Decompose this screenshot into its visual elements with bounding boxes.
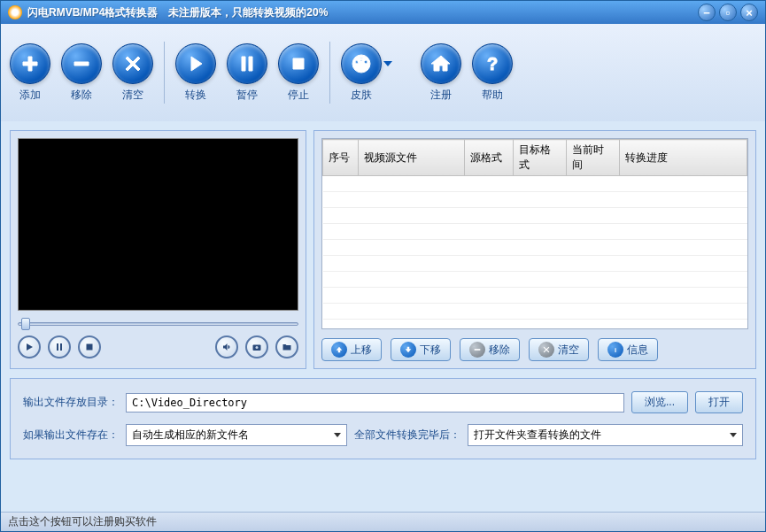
output-dir-input[interactable] [126, 393, 624, 412]
file-list-panel: 序号 视频源文件 源格式 目标格式 当前时间 转换进度 [313, 130, 756, 369]
help-label: 帮助 [482, 88, 503, 103]
video-preview [18, 138, 298, 311]
separator [329, 42, 330, 104]
stop-icon [84, 342, 95, 352]
pause-small-button[interactable] [48, 335, 71, 359]
toolbar: 添加 移除 清空 转换 暂停 停止 [1, 24, 765, 121]
table-row [323, 208, 747, 224]
col-source[interactable]: 视频源文件 [359, 140, 465, 176]
info-icon: i [607, 342, 623, 358]
table-row [323, 320, 747, 330]
list-remove-button[interactable]: 移除 [460, 338, 520, 361]
table-row [323, 192, 747, 208]
register-label: 注册 [430, 88, 452, 103]
clear-label: 清空 [122, 88, 143, 103]
statusbar: 点击这个按钮可以注册购买软件 [1, 512, 765, 531]
list-clear-button[interactable]: 清空 [529, 338, 589, 361]
help-button[interactable]: ? 帮助 [472, 43, 513, 103]
pause-label: 暂停 [236, 88, 258, 103]
minimize-button[interactable]: − [698, 4, 716, 21]
preview-panel [10, 130, 306, 369]
table-row [323, 224, 747, 240]
window-title: 闪电RMVB/MP4格式转换器 未注册版本，只能转换视频的20% [27, 5, 698, 20]
chevron-down-icon [730, 433, 737, 437]
open-button[interactable]: 打开 [695, 391, 743, 413]
svg-text:i: i [615, 346, 616, 354]
table-row [323, 176, 747, 192]
add-label: 添加 [19, 88, 41, 103]
stop-icon [288, 53, 309, 74]
camera-icon [251, 342, 262, 352]
pause-icon [54, 342, 65, 352]
snapshot-button[interactable] [245, 335, 268, 359]
maximize-button[interactable]: ▫ [719, 4, 737, 21]
table-row [323, 288, 747, 304]
clear-button[interactable]: 清空 [112, 43, 153, 103]
register-button[interactable]: 注册 [421, 43, 461, 103]
settings-panel: 输出文件存放目录： 浏览... 打开 如果输出文件存在： 自动生成相应的新文件名… [10, 378, 756, 459]
play-button[interactable] [18, 335, 41, 359]
convert-label: 转换 [185, 88, 206, 103]
speaker-icon [221, 342, 232, 352]
col-time[interactable]: 当前时间 [567, 140, 620, 176]
moveup-button[interactable]: 上移 [321, 338, 382, 361]
pause-button[interactable]: 暂停 [227, 43, 267, 103]
svg-text:S: S [357, 56, 365, 70]
minus-icon [469, 342, 485, 358]
arrow-up-icon [331, 342, 347, 358]
x-icon [538, 342, 554, 358]
stop-button[interactable]: 停止 [278, 43, 319, 103]
play-icon [185, 53, 206, 74]
table-row [323, 256, 747, 272]
after-all-label: 全部文件转换完毕后： [354, 428, 460, 443]
stop-small-button[interactable] [78, 335, 101, 359]
if-exists-combo[interactable]: 自动生成相应的新文件名 [126, 424, 347, 446]
folder-icon [282, 342, 292, 352]
movedown-button[interactable]: 下移 [391, 338, 451, 361]
plus-icon [19, 53, 41, 74]
home-icon [430, 53, 452, 74]
skin-button[interactable]: S 皮肤 [341, 43, 382, 103]
status-text: 点击这个按钮可以注册购买软件 [8, 514, 157, 529]
pause-icon [236, 53, 258, 74]
output-dir-label: 输出文件存放目录： [23, 395, 119, 410]
col-index[interactable]: 序号 [323, 140, 359, 176]
stop-label: 停止 [288, 88, 309, 103]
add-button[interactable]: 添加 [10, 43, 50, 103]
col-progress[interactable]: 转换进度 [620, 140, 747, 176]
remove-label: 移除 [71, 88, 92, 103]
seek-slider[interactable] [18, 318, 298, 330]
col-srcfmt[interactable]: 源格式 [465, 140, 514, 176]
chevron-down-icon [383, 61, 392, 66]
minus-icon [71, 53, 92, 74]
play-icon [24, 342, 35, 352]
svg-text:?: ? [487, 54, 498, 73]
if-exists-label: 如果输出文件存在： [23, 428, 119, 443]
svg-point-3 [256, 346, 259, 349]
col-dstfmt[interactable]: 目标格式 [514, 140, 567, 176]
remove-button[interactable]: 移除 [61, 43, 102, 103]
convert-button[interactable]: 转换 [175, 43, 216, 103]
file-table[interactable]: 序号 视频源文件 源格式 目标格式 当前时间 转换进度 [321, 138, 748, 329]
app-icon [8, 5, 22, 19]
openfile-button[interactable] [275, 335, 298, 359]
separator [164, 42, 165, 104]
chevron-down-icon [334, 433, 341, 437]
skin-icon: S [351, 53, 372, 74]
table-row [323, 272, 747, 288]
browse-button[interactable]: 浏览... [631, 391, 688, 413]
table-row [323, 304, 747, 320]
after-all-combo[interactable]: 打开文件夹查看转换的文件 [468, 424, 743, 446]
volume-button[interactable] [215, 335, 238, 359]
close-button[interactable]: × [740, 4, 758, 21]
table-row [323, 240, 747, 256]
arrow-down-icon [400, 342, 416, 358]
info-button[interactable]: i 信息 [598, 338, 658, 361]
x-icon [122, 53, 143, 74]
titlebar: 闪电RMVB/MP4格式转换器 未注册版本，只能转换视频的20% − ▫ × [1, 1, 765, 24]
question-icon: ? [482, 53, 503, 74]
skin-label: 皮肤 [351, 88, 372, 103]
